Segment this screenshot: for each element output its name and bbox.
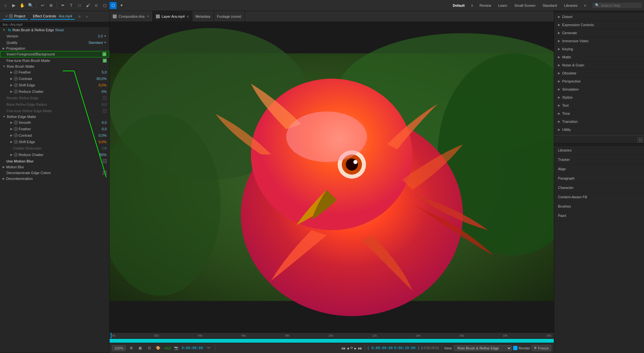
fit-icon[interactable]: ⊞: [128, 345, 135, 352]
rp-keying[interactable]: ▶ Keying: [554, 45, 644, 53]
smooth-value[interactable]: 0,0: [102, 121, 107, 124]
rp-noise-grain[interactable]: ▶ Noise & Grain: [554, 61, 644, 69]
workspace-standard[interactable]: Standard: [539, 3, 560, 8]
rp-simulation[interactable]: ▶ Simulation: [554, 85, 644, 93]
rp-paint[interactable]: Paint: [554, 211, 644, 221]
project-tab[interactable]: ✕ Project: [3, 13, 28, 20]
expand-triangle[interactable]: ▼: [3, 28, 5, 32]
puppet-tool[interactable]: ✦: [118, 2, 125, 9]
feather-value[interactable]: 5,0: [102, 70, 107, 74]
reduce-chatter-expand[interactable]: ▶: [10, 90, 13, 93]
rp-distort[interactable]: ▶ Distort: [554, 13, 644, 21]
feather-expand[interactable]: ▶: [10, 71, 13, 74]
rp-resize-icon[interactable]: ⊡: [638, 137, 643, 142]
close-project-icon[interactable]: ✕: [5, 15, 8, 18]
rp-obsolete[interactable]: ▶ Obsolete: [554, 69, 644, 77]
pixel-aspect-icon[interactable]: ▦: [137, 345, 144, 352]
time-current[interactable]: 0:00:00:00: [182, 346, 203, 350]
use-motion-blur-checkbox[interactable]: [103, 159, 107, 163]
channel-icon[interactable]: 🎨: [155, 345, 162, 352]
grid-icon[interactable]: ⊡: [146, 345, 153, 352]
workspace-learn[interactable]: Learn: [495, 3, 511, 8]
workspace-default[interactable]: Default: [449, 3, 468, 8]
reduce-chatter-stopwatch-icon[interactable]: ⏱: [14, 90, 18, 93]
reduce-chatter-refine-expand[interactable]: ▶: [10, 153, 13, 156]
workspace-libraries[interactable]: Libraries: [561, 3, 581, 8]
rp-time[interactable]: ▶ Time: [554, 110, 644, 118]
contrast-stopwatch-icon[interactable]: ⏱: [14, 77, 18, 81]
feather-refine-value[interactable]: 0,0: [102, 127, 107, 131]
roto-brush-matte-section[interactable]: ▼ Roto Brush Matte: [0, 64, 109, 69]
zoom-display[interactable]: 100%: [112, 345, 126, 351]
effect-controls-tab[interactable]: Effect Controls Ara.mp4: [30, 13, 75, 20]
feather-stopwatch-icon[interactable]: ⏱: [14, 70, 18, 74]
view-mode-select[interactable]: Roto Brush & Refine Edge: [454, 345, 512, 351]
rp-brushes[interactable]: Brushes: [554, 202, 644, 211]
contrast-expand[interactable]: ▶: [10, 77, 13, 80]
contrast-refine-expand[interactable]: ▶: [10, 134, 13, 137]
clone-tool[interactable]: ⎋: [93, 2, 100, 9]
loop-icon[interactable]: ⟳: [350, 346, 353, 350]
render-refine-edge-checkbox[interactable]: [103, 96, 107, 100]
quality-dropdown[interactable]: Standard ▼: [88, 41, 107, 44]
rp-perspective[interactable]: ▶ Perspective: [554, 77, 644, 85]
play-btn[interactable]: ⏮: [341, 346, 346, 351]
refine-edge-matte-section[interactable]: ▼ Refine Edge Matte: [0, 114, 109, 119]
shift-edge-stopwatch-icon[interactable]: ⏱: [14, 83, 18, 87]
brush-tool[interactable]: 🖌: [84, 2, 91, 9]
shift-edge-value[interactable]: 0,0%: [99, 83, 107, 87]
workspace-expand-icon[interactable]: »: [582, 2, 589, 9]
rp-align[interactable]: Align: [554, 164, 644, 174]
rp-utility[interactable]: ▶ Utility: [554, 126, 644, 134]
workspace-review[interactable]: Review: [476, 3, 495, 8]
rotation-tool[interactable]: ↩: [39, 2, 46, 9]
shape-tool[interactable]: □: [76, 2, 83, 9]
rp-paragraph[interactable]: Paragraph: [554, 174, 644, 183]
shift-edge-refine-value[interactable]: 0,0%: [99, 140, 107, 144]
shift-edge-expand[interactable]: ▶: [10, 83, 13, 87]
zoom-tool[interactable]: 🔍: [27, 2, 34, 9]
anchor-tool[interactable]: ⊕: [47, 2, 54, 9]
home-icon[interactable]: ⌂: [2, 2, 9, 9]
invert-fg-bg-checkbox[interactable]: [102, 52, 106, 56]
pen-tool[interactable]: ✒: [59, 2, 66, 9]
eraser-tool[interactable]: ◻: [101, 2, 108, 9]
camera-icon[interactable]: 📷: [173, 345, 180, 352]
comp-tab-ara[interactable]: Composition Ara ✕: [110, 11, 153, 22]
panel-expand-icon[interactable]: »: [84, 15, 89, 18]
feather-refine-expand[interactable]: ▶: [10, 127, 13, 131]
step-fwd-btn[interactable]: ▸: [354, 346, 357, 351]
fine-tune-roto-checkbox[interactable]: [103, 59, 107, 63]
smooth-stopwatch-icon[interactable]: ⏱: [14, 121, 18, 124]
rp-text[interactable]: ▶ Text: [554, 102, 644, 110]
rp-tracker[interactable]: Tracker: [554, 155, 644, 164]
workspace-menu-icon[interactable]: ≡: [469, 2, 476, 9]
decontamination-section[interactable]: ▶ Decontamination: [0, 176, 109, 181]
rp-character[interactable]: Character: [554, 183, 644, 192]
shift-edge-refine-stopwatch-icon[interactable]: ⏱: [14, 140, 18, 144]
rp-matte[interactable]: ▶ Matte: [554, 53, 644, 61]
step-back-btn[interactable]: ◂: [347, 346, 349, 351]
rp-generate[interactable]: ▶ Generate: [554, 29, 644, 37]
fine-tune-refine-edge-checkbox[interactable]: [103, 109, 107, 113]
roto-tool[interactable]: ⬡: [110, 2, 117, 9]
freeze-btn[interactable]: ❄ Freeze: [532, 345, 551, 351]
reduce-chatter-refine-value[interactable]: 50%: [100, 153, 107, 157]
wave-icon[interactable]: 〜: [205, 345, 212, 352]
rp-libraries[interactable]: Libraries: [554, 146, 644, 155]
feather-refine-stopwatch-icon[interactable]: ⏱: [14, 127, 18, 131]
search-bar[interactable]: 🔍: [592, 3, 642, 8]
comp-tab-ara-close[interactable]: ✕: [147, 15, 149, 18]
select-tool[interactable]: ▶: [10, 2, 17, 9]
rp-transition[interactable]: ▶ Transition: [554, 118, 644, 126]
rp-expression-controls[interactable]: ▶ Expression Controls: [554, 21, 644, 29]
shift-edge-refine-expand[interactable]: ▶: [10, 140, 13, 143]
comp-tab-metadata[interactable]: Metadata: [192, 11, 214, 22]
version-dropdown[interactable]: 2.0 ▼: [98, 34, 107, 38]
render-checkbox[interactable]: [513, 346, 517, 350]
comp-tab-layer[interactable]: Layer Ara.mp4 ≡: [153, 11, 192, 22]
rp-content-aware-fill[interactable]: Content-Aware Fill: [554, 192, 644, 202]
rp-immersive-video[interactable]: ▶ Immersive Video: [554, 37, 644, 45]
smooth-expand[interactable]: ▶: [10, 121, 13, 124]
search-input[interactable]: [601, 4, 639, 7]
